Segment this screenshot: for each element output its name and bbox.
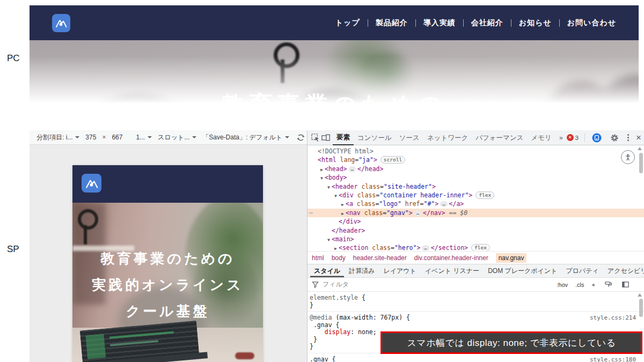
- breadcrumb-item[interactable]: header.site-header: [353, 254, 407, 262]
- css-rule-block: element.style {}: [308, 292, 644, 312]
- sp-hero-image: 教育事業のための実践的オンラインスクール基盤: [72, 203, 263, 362]
- css-line[interactable]: element.style {: [310, 294, 644, 302]
- dom-tree-row[interactable]: ▶<head>…</head>: [308, 165, 644, 173]
- chevron-down-icon: [192, 136, 196, 138]
- css-line[interactable]: .gnav {: [310, 322, 644, 329]
- tab-panel[interactable]: コンソール: [354, 131, 396, 145]
- style-toggle[interactable]: +: [590, 282, 597, 288]
- css-source-link[interactable]: style.css:180: [590, 356, 636, 362]
- brush-icon[interactable]: [602, 279, 614, 291]
- sp-label: SP: [7, 244, 19, 255]
- dom-tree-row[interactable]: ▶<section class="hero">…</section>flex: [308, 243, 644, 251]
- devtools-window: 分割項目: i... 375 × 667 1... スロット... 「Save-…: [30, 130, 644, 362]
- sp-hero-title-line: 教育事業のための: [72, 246, 263, 272]
- dom-tree-row[interactable]: </header>: [308, 226, 644, 235]
- error-badge[interactable]: × 3: [567, 134, 579, 141]
- nav-item[interactable]: 製品紹介: [376, 18, 408, 28]
- tab-panel[interactable]: メモリ: [528, 131, 555, 145]
- viewport-width-input[interactable]: 375: [85, 134, 96, 141]
- styles-tab[interactable]: イベント リスナー: [421, 265, 483, 277]
- expand-icon[interactable]: …: [414, 210, 421, 216]
- styles-tab[interactable]: アクセシビリティ: [604, 265, 644, 277]
- screenshot-root: PC SP トップ製品紹介導入実績会社紹介お知らせお問い合わせ 教育事業のための: [0, 0, 644, 362]
- breadcrumb-item[interactable]: body: [332, 254, 346, 262]
- device-emulation-pane: 分割項目: i... 375 × 667 1... スロット... 「Save-…: [30, 130, 307, 362]
- site-logo[interactable]: [52, 14, 70, 32]
- more-tabs-icon[interactable]: »: [557, 134, 566, 142]
- css-source-link[interactable]: style.css:214: [590, 314, 636, 321]
- scrollbar-thumb[interactable]: [639, 153, 643, 173]
- accessibility-icon[interactable]: [621, 150, 635, 164]
- flex-badge[interactable]: flex: [471, 244, 490, 251]
- scrollbar-up-icon[interactable]: [638, 147, 642, 150]
- tab-panel[interactable]: パフォーマンス: [472, 131, 527, 145]
- dom-tree-row[interactable]: ▼<main>: [308, 235, 644, 243]
- rotate-icon[interactable]: [296, 131, 305, 143]
- annotation-text: スマホ幅では display: none; で非表示にしている: [407, 337, 616, 349]
- styles-tab[interactable]: スタイル: [310, 265, 344, 277]
- tree-collapse-icon[interactable]: ▶: [333, 245, 339, 251]
- style-toggle[interactable]: :hov: [555, 282, 569, 288]
- tab-panel[interactable]: ネットワーク: [423, 131, 472, 145]
- divider: [584, 134, 585, 142]
- dom-tree-row[interactable]: <!DOCTYPE html>: [308, 147, 644, 156]
- dom-tree-row[interactable]: ▼<div class="container header-inner">fle…: [308, 191, 644, 200]
- style-toggle[interactable]: .cls: [574, 282, 586, 288]
- flex-badge[interactable]: flex: [475, 191, 494, 199]
- gear-icon[interactable]: [609, 132, 620, 144]
- nav-separator: [368, 19, 368, 27]
- breadcrumb-item[interactable]: nav.gnav: [496, 253, 527, 263]
- close-icon[interactable]: ×: [636, 133, 641, 142]
- dom-tree-row[interactable]: </div>: [308, 217, 644, 226]
- sp-site-preview: 教育事業のための実践的オンラインスクール基盤: [72, 165, 263, 362]
- expand-icon[interactable]: …: [440, 201, 447, 207]
- inspect-icon[interactable]: [311, 132, 320, 144]
- throttle-select[interactable]: スロット...: [158, 133, 196, 142]
- nav-item[interactable]: お問い合わせ: [567, 18, 616, 28]
- styles-tab[interactable]: 計算済み: [345, 265, 378, 277]
- dom-tree-row[interactable]: ▶<a class="logo" href="#">…</a>: [308, 200, 644, 208]
- dom-tree-row[interactable]: <html lang="ja">scroll: [308, 156, 644, 164]
- site-logo[interactable]: [82, 174, 101, 193]
- chevron-down-icon: [285, 136, 289, 138]
- breadcrumb-item[interactable]: html: [312, 254, 324, 262]
- pc-hero-image: 教育事業のための: [30, 40, 639, 110]
- dom-tree-row[interactable]: ▼<header class="site-header">: [308, 182, 644, 191]
- scrollbar-thumb[interactable]: [639, 299, 643, 317]
- dom-tree-row[interactable]: ▼<body>: [308, 173, 644, 182]
- tab-panel[interactable]: ソース: [396, 131, 423, 145]
- sp-hero-title-line: 実践的オンラインス: [72, 272, 263, 298]
- dom-tree-row[interactable]: ⋯▶<nav class="gnav">…</nav> == $0: [308, 209, 644, 217]
- scrollbar-up-icon[interactable]: [638, 293, 642, 297]
- styles-filter-input[interactable]: フィルタ: [323, 280, 349, 289]
- zoom-select[interactable]: 1...: [136, 134, 152, 141]
- nav-item[interactable]: 導入実績: [423, 18, 456, 28]
- expand-icon[interactable]: …: [422, 245, 429, 251]
- sp-hero-title-line: クール基盤: [72, 298, 263, 324]
- scroll-badge[interactable]: scroll: [380, 156, 405, 164]
- styles-tab[interactable]: DOM ブレークポイント: [484, 265, 561, 277]
- styles-tab[interactable]: プロパティ: [562, 265, 602, 277]
- device-select[interactable]: 分割項目: i...: [36, 133, 79, 142]
- error-icon: ×: [567, 134, 574, 141]
- tab-selected[interactable]: 要素: [333, 130, 354, 145]
- pc-label: PC: [7, 53, 20, 64]
- device-toolbar-icon[interactable]: [321, 132, 331, 144]
- nav-item[interactable]: トップ: [335, 18, 360, 28]
- savedata-select[interactable]: 「Save-Data」: デフォルト: [202, 133, 289, 142]
- viewport-height-input[interactable]: 667: [112, 134, 122, 141]
- nav-item[interactable]: お知らせ: [519, 18, 552, 28]
- annotation-callout: スマホ幅では display: none; で非表示にしている: [380, 331, 642, 354]
- styles-filter-right: :hov.cls+: [555, 279, 640, 291]
- styles-tab[interactable]: レイアウト: [379, 265, 420, 277]
- nav-item[interactable]: 会社紹介: [471, 18, 503, 28]
- hero-mouse-shape: [235, 352, 254, 359]
- css-line[interactable]: }: [310, 302, 644, 309]
- dock-panel-icon[interactable]: [619, 279, 631, 291]
- extension-icon[interactable]: [591, 132, 603, 144]
- expand-icon[interactable]: …: [349, 166, 356, 172]
- breadcrumb-item[interactable]: div.container.header-inner: [414, 254, 488, 262]
- devtools-menu-icon[interactable]: [626, 133, 630, 142]
- styles-sidebar-tabs: スタイル計算済みレイアウトイベント リスナーDOM ブレークポイントプロパティア…: [308, 264, 644, 278]
- gutter-dots-icon: ⋯: [309, 209, 313, 217]
